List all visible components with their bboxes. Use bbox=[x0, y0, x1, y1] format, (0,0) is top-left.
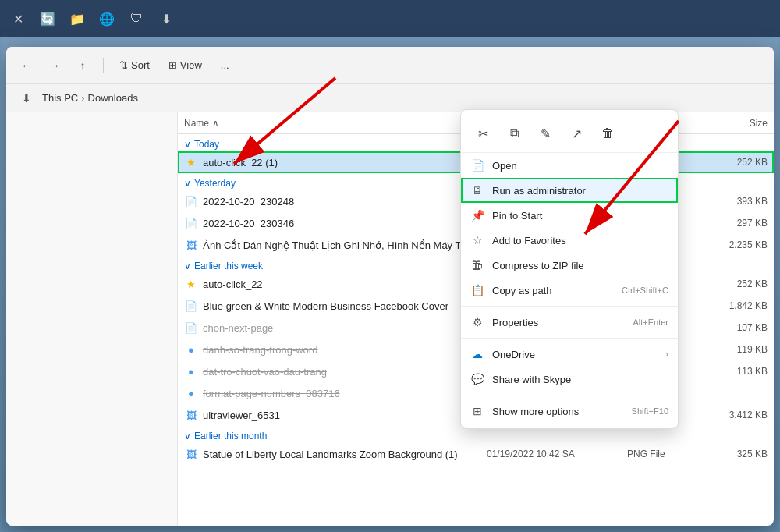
ctx-skype-label: Share with Skype bbox=[492, 374, 668, 385]
ctx-item-open[interactable]: 📄 Open bbox=[461, 153, 678, 178]
ctx-copypath-label: Copy as path bbox=[492, 285, 614, 296]
address-bar: ⬇ This PC › Downloads bbox=[6, 84, 774, 112]
file-size-2: 297 KB bbox=[705, 218, 768, 229]
taskbar-icon-download: ⬇ bbox=[158, 10, 175, 27]
file-date-statue: 01/19/2022 10:42 SA bbox=[487, 449, 627, 459]
file-name-autoclick22: auto-click_22 bbox=[203, 278, 487, 290]
file-size-danh: 119 KB bbox=[705, 344, 768, 355]
file-name-statue: Statue of Liberty Local Landmarks Zoom B… bbox=[203, 449, 487, 460]
ctx-admin-label: Run as administrator bbox=[492, 185, 668, 197]
ctx-moreopts-label: Show more options bbox=[492, 406, 624, 417]
file-name-dat: dat-tro-chuot-vao-dau-trang bbox=[203, 366, 487, 378]
toolbar-separator bbox=[103, 58, 104, 73]
context-menu: ✂ ⧉ ✎ ↗ 🗑 📄 Open 🖥 Run as administrator … bbox=[460, 109, 679, 429]
ctx-sep-3 bbox=[461, 395, 678, 395]
ctx-compress-icon: 🗜 bbox=[470, 258, 484, 272]
star-icon-2: ★ bbox=[184, 277, 198, 291]
address-icon[interactable]: ⬇ bbox=[16, 87, 37, 109]
ctx-item-run-as-admin[interactable]: 🖥 Run as administrator bbox=[461, 178, 678, 203]
exe-icon-1: 📄 bbox=[184, 194, 198, 208]
file-size-ultra: 3.412 KB bbox=[705, 410, 768, 420]
ctx-item-favorites[interactable]: ☆ Add to Favorites bbox=[461, 228, 678, 253]
file-name-format: format-page-numbers_083716 bbox=[203, 388, 487, 399]
group-yesterday-label: Yesterday bbox=[194, 178, 236, 189]
address-downloads[interactable]: Downloads bbox=[88, 92, 138, 104]
more-button[interactable]: ... bbox=[214, 56, 236, 74]
doc-icon-bg: 📄 bbox=[184, 299, 198, 313]
group-earlier-week-label: Earlier this week bbox=[194, 261, 263, 271]
ctx-item-properties[interactable]: ⚙ Properties Alt+Enter bbox=[461, 310, 678, 335]
taskbar-icon-close: ✕ bbox=[9, 10, 27, 27]
taskbar-icon-shield: 🛡 bbox=[128, 10, 145, 27]
taskbar: ✕ 🔄 📁 🌐 🛡 ⬇ bbox=[0, 0, 780, 37]
file-size-dat: 113 KB bbox=[705, 366, 768, 377]
ctx-sep-2 bbox=[461, 338, 678, 339]
dot-icon-format: ● bbox=[184, 386, 198, 400]
ctx-open-label: Open bbox=[492, 160, 668, 172]
nav-up-button[interactable]: ↑ bbox=[72, 55, 94, 76]
ctx-item-pin-start[interactable]: 📌 Pin to Start bbox=[461, 203, 678, 228]
group-earlier-month-label: Earlier this month bbox=[194, 431, 267, 442]
ctx-compress-label: Compress to ZIP file bbox=[492, 260, 668, 271]
group-yesterday-chevron: ∨ bbox=[184, 178, 191, 189]
nav-back-button[interactable]: ← bbox=[16, 55, 37, 76]
img-icon-statue: 🖼 bbox=[184, 447, 198, 461]
sidebar bbox=[6, 112, 178, 526]
file-size-anh: 2.235 KB bbox=[705, 239, 768, 250]
ctx-item-compress[interactable]: 🗜 Compress to ZIP file bbox=[461, 253, 678, 278]
ctx-open-icon: 📄 bbox=[470, 158, 484, 172]
file-size-ac22: 252 KB bbox=[705, 278, 768, 289]
file-name-20221020-2: 2022-10-20_230346 bbox=[203, 218, 487, 229]
ctx-delete-button[interactable]: 🗑 bbox=[595, 121, 620, 146]
file-name-danh: danh-so-trang-trong-word bbox=[203, 344, 487, 356]
file-size-autoclicktoday: 252 KB bbox=[705, 157, 768, 168]
view-button[interactable]: ⊞ View bbox=[162, 56, 208, 74]
group-today-label: Today bbox=[194, 139, 219, 150]
sort-arrow-icon: ∧ bbox=[212, 118, 219, 129]
img-icon-ultra: 🖼 bbox=[184, 408, 198, 422]
more-label: ... bbox=[221, 59, 229, 71]
ctx-moreopts-icon: ⊞ bbox=[470, 404, 484, 418]
taskbar-icon-refresh: 🔄 bbox=[39, 10, 56, 27]
img-icon-anh: 🖼 bbox=[184, 238, 198, 252]
address-sep1: › bbox=[81, 92, 84, 104]
ctx-share-button[interactable]: ↗ bbox=[564, 121, 589, 146]
ctx-copy-button[interactable]: ⧉ bbox=[502, 121, 526, 146]
ctx-cut-button[interactable]: ✂ bbox=[470, 121, 495, 146]
ctx-sep-1 bbox=[461, 306, 678, 307]
ctx-admin-icon: 🖥 bbox=[470, 183, 484, 197]
ctx-item-copy-path[interactable]: 📋 Copy as path Ctrl+Shift+C bbox=[461, 278, 678, 303]
sort-button[interactable]: ⇅ Sort bbox=[113, 56, 156, 74]
ctx-copypath-shortcut: Ctrl+Shift+C bbox=[622, 286, 668, 295]
explorer-toolbar: ← → ↑ ⇅ Sort ⊞ View ... bbox=[6, 47, 774, 84]
ctx-copypath-icon: 📋 bbox=[470, 283, 484, 297]
ctx-favorites-icon: ☆ bbox=[470, 233, 484, 247]
ctx-moreopts-shortcut: Shift+F10 bbox=[632, 406, 668, 416]
ctx-onedrive-label: OneDrive bbox=[492, 349, 658, 360]
file-name-bluegreen: Blue green & White Modern Business Faceb… bbox=[203, 300, 487, 312]
ctx-item-skype[interactable]: 💬 Share with Skype bbox=[461, 367, 678, 392]
col-size-header[interactable]: Size bbox=[705, 118, 768, 129]
sort-icon: ⇅ bbox=[119, 59, 128, 71]
sort-label: Sort bbox=[131, 59, 150, 71]
ctx-rename-button[interactable]: ✎ bbox=[533, 121, 558, 146]
file-name-autoclicktoday: auto-click_22 (1) bbox=[203, 157, 487, 168]
file-size-chon: 107 KB bbox=[705, 322, 768, 333]
file-row-statue[interactable]: 🖼 Statue of Liberty Local Landmarks Zoom… bbox=[178, 443, 774, 465]
group-earlier-month-chevron: ∨ bbox=[184, 431, 191, 442]
view-label: View bbox=[180, 59, 202, 71]
exe-icon-chon: 📄 bbox=[184, 321, 198, 335]
ctx-pin-label: Pin to Start bbox=[492, 210, 668, 222]
col-name-header[interactable]: Name ∧ bbox=[184, 118, 487, 129]
ctx-skype-icon: 💬 bbox=[470, 372, 484, 386]
file-name-chon: chon-next-page bbox=[203, 322, 487, 334]
file-type-statue: PNG File bbox=[627, 449, 705, 459]
file-size-bg: 1.842 KB bbox=[705, 300, 768, 311]
ctx-item-more-options[interactable]: ⊞ Show more options Shift+F10 bbox=[461, 399, 678, 424]
address-thispc[interactable]: This PC bbox=[42, 92, 78, 104]
ctx-favorites-label: Add to Favorites bbox=[492, 235, 668, 246]
nav-forward-button[interactable]: → bbox=[44, 55, 66, 76]
ctx-properties-shortcut: Alt+Enter bbox=[633, 317, 668, 327]
exe-icon-2: 📄 bbox=[184, 216, 198, 230]
ctx-item-onedrive[interactable]: ☁ OneDrive › bbox=[461, 342, 678, 367]
